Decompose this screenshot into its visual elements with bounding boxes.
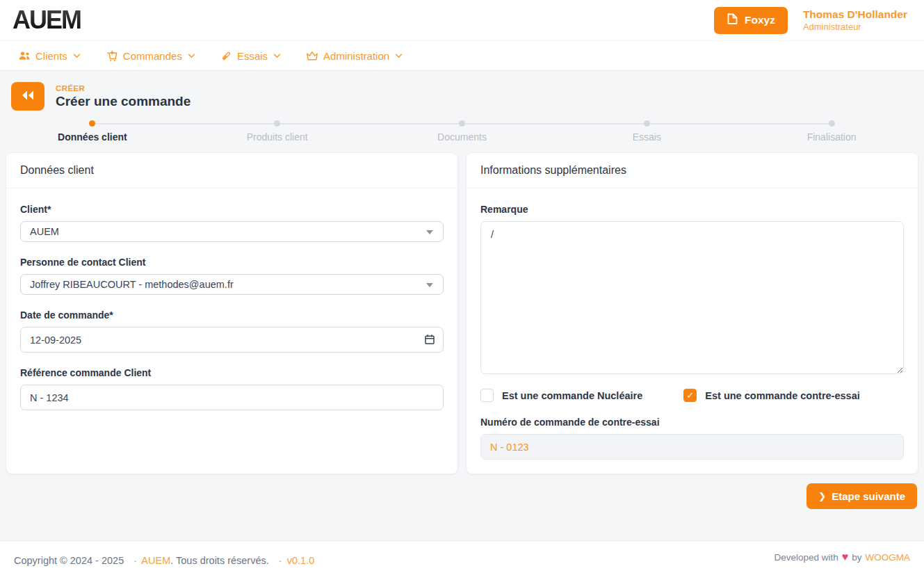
user-name: Thomas D'Hollander [803, 8, 907, 21]
nuclear-checkbox-item[interactable]: Est une commande Nucléaire [480, 389, 683, 402]
rights-text: . Tous droits réservés. [170, 555, 269, 566]
calendar-icon[interactable] [424, 334, 435, 348]
users-icon [18, 50, 31, 61]
nav-label-essais: Essais [237, 50, 268, 62]
next-step-label: Etape suivante [832, 490, 905, 502]
select-caret-icon [426, 283, 433, 287]
chevron-right-icon: ❯ [818, 491, 826, 501]
client-select-value: AUEM [30, 226, 59, 237]
step-documents[interactable]: Documents [370, 118, 555, 143]
step-label: Essais [554, 131, 739, 143]
contact-select[interactable]: Joffrey RIBEAUCOURT - methodes@auem.fr [20, 274, 444, 295]
step-label: Données client [0, 131, 185, 143]
double-chevron-left-icon [21, 90, 35, 103]
step-dot [459, 120, 465, 127]
brand-link[interactable]: AUEM [141, 555, 170, 566]
check-icon: ✓ [686, 390, 694, 401]
nav-item-essais[interactable]: Essais [220, 50, 281, 62]
user-role: Administrateur [803, 22, 907, 33]
info-card-title: Informations supplémentaires [467, 153, 918, 188]
step-dot [89, 120, 95, 127]
reference-label: Référence commande Client [20, 367, 444, 378]
step-produits-client[interactable]: Produits client [185, 118, 370, 143]
step-finalisation[interactable]: Finalisation [739, 118, 924, 143]
auem-logo[interactable]: AUEM [13, 6, 81, 35]
step-label: Documents [370, 131, 555, 143]
next-step-button[interactable]: ❯ Etape suivante [807, 483, 917, 509]
order-date-label: Date de commande* [20, 309, 444, 321]
developed-by-text: by [852, 552, 861, 563]
counter-order-input [480, 434, 904, 460]
step-label: Produits client [185, 131, 370, 143]
step-essais[interactable]: Essais [554, 118, 739, 143]
page-title: Créer une commande [56, 94, 191, 109]
nav-label-commandes: Commandes [123, 50, 182, 62]
counter-test-checkbox[interactable]: ✓ [683, 389, 697, 402]
nav-item-commandes[interactable]: Commandes [106, 50, 195, 62]
nuclear-checkbox[interactable] [480, 389, 494, 402]
foxyz-button[interactable]: Foxyz [714, 7, 788, 34]
contact-select-value: Joffrey RIBEAUCOURT - methodes@auem.fr [30, 279, 234, 290]
additional-info-card: Informations supplémentaires Remarque / … [466, 152, 918, 474]
counter-order-label: Numéro de commande de contre-essai [480, 417, 904, 428]
version-link[interactable]: v0.1.0 [287, 555, 315, 566]
counter-test-checkbox-item[interactable]: ✓ Est une commande contre-essai [683, 389, 859, 402]
copyright-text: Copyright © 2024 - 2025 [14, 555, 124, 566]
step-dot [829, 120, 835, 127]
reference-input[interactable] [20, 385, 444, 410]
woogma-link[interactable]: WOOGMA [866, 552, 911, 563]
counter-test-checkbox-label: Est une commande contre-essai [705, 390, 859, 401]
heart-icon: ♥ [842, 551, 849, 563]
crown-icon [306, 50, 318, 61]
remark-textarea[interactable]: / [480, 221, 904, 374]
page-heading: CRÉER Créer une commande [56, 84, 191, 109]
foxyz-button-label: Foxyz [745, 14, 775, 26]
back-button[interactable] [11, 82, 44, 111]
test-tube-icon [220, 50, 232, 62]
step-dot [644, 120, 650, 127]
step-donnees-client[interactable]: Données client [0, 118, 185, 143]
select-caret-icon [426, 230, 433, 234]
page-kicker: CRÉER [56, 84, 191, 92]
user-menu[interactable]: Thomas D'Hollander Administrateur [803, 8, 911, 33]
main-navbar: Clients Commandes Essais [0, 40, 924, 71]
chevron-down-icon [188, 54, 195, 58]
nav-item-administration[interactable]: Administration [306, 50, 403, 62]
order-date-input[interactable] [20, 327, 444, 353]
chevron-down-icon [273, 54, 281, 58]
separator-dot: · [133, 555, 137, 566]
developed-text: Developed with [774, 552, 838, 563]
nav-label-clients: Clients [35, 50, 67, 62]
nuclear-checkbox-label: Est une commande Nucléaire [502, 390, 642, 401]
nav-item-clients[interactable]: Clients [18, 50, 81, 62]
chevron-down-icon [73, 54, 81, 58]
client-data-card: Données client Client* AUEM Personne de … [6, 152, 458, 474]
remark-label: Remarque [480, 204, 904, 215]
top-header: AUEM Foxyz Thomas D'Hollander Administra… [0, 0, 924, 40]
developed-by: Developed with ♥ by WOOGMA [774, 551, 910, 563]
page-footer: Copyright © 2024 - 2025 · AUEM. Tous dro… [0, 540, 924, 580]
page-title-row: CRÉER Créer une commande [11, 82, 913, 111]
main-content: CRÉER Créer une commande Données client … [0, 71, 924, 540]
chevron-down-icon [395, 54, 403, 58]
copyright: Copyright © 2024 - 2025 · AUEM. Tous dro… [14, 555, 314, 566]
client-label: Client* [20, 204, 444, 215]
separator-dot: · [279, 555, 282, 566]
cart-plus-icon [106, 50, 118, 62]
client-card-title: Données client [6, 153, 457, 188]
nav-label-administration: Administration [323, 50, 389, 62]
step-dot [274, 120, 280, 127]
client-select[interactable]: AUEM [20, 221, 444, 242]
contact-label: Personne de contact Client [20, 257, 444, 268]
document-icon [727, 13, 738, 28]
step-label: Finalisation [739, 131, 924, 143]
wizard-stepper: Données client Produits client Documents… [0, 118, 924, 147]
